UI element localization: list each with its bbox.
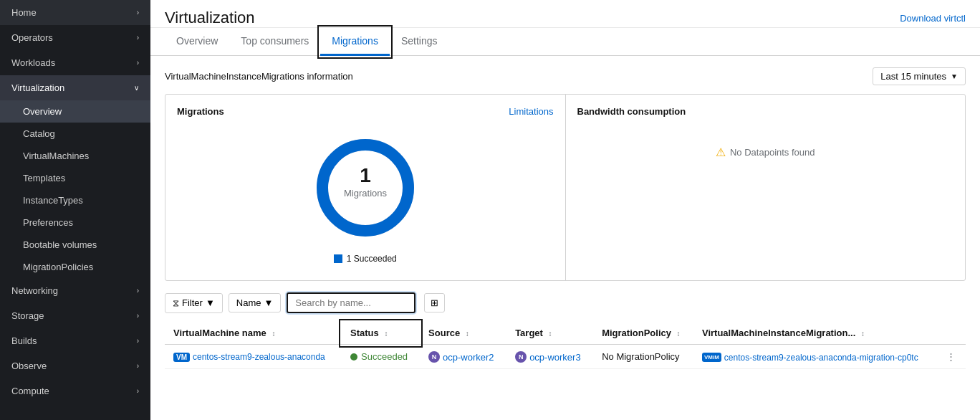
table-row: VM centos-stream9-zealous-anaconda Succe… [165, 345, 966, 369]
col-actions [938, 322, 966, 345]
download-virtctl-link[interactable]: Download virtctl [900, 13, 966, 24]
sidebar: Home › Operators › Workloads › Virtualiz… [0, 0, 150, 420]
sidebar-sub-item-bootable-volumes[interactable]: Bootable volumes [0, 234, 150, 256]
sidebar-item-label: Operators [11, 32, 53, 43]
source-node-icon: N [428, 351, 440, 363]
vmim-link[interactable]: centos-stream9-zealous-anaconda-migratio… [724, 353, 918, 363]
section-header: VirtualMachineInstanceMigrations informa… [165, 67, 966, 85]
sidebar-item-workloads[interactable]: Workloads › [0, 50, 150, 75]
target-link[interactable]: ocp-worker3 [529, 352, 581, 363]
sidebar-virtualization-submenu: Overview Catalog VirtualMachines Templat… [0, 100, 150, 278]
name-select-button[interactable]: Name ▼ [229, 293, 282, 312]
chevron-right-icon: › [137, 362, 139, 370]
filter-caret-icon: ▼ [206, 297, 215, 308]
svg-text:1: 1 [360, 164, 371, 186]
sidebar-item-virtualization[interactable]: Virtualization ∨ [0, 75, 150, 100]
target-node-badge: N ocp-worker3 [515, 351, 581, 363]
content-area: VirtualMachineInstanceMigrations informa… [150, 56, 980, 420]
sort-icon: ↕ [272, 330, 275, 338]
sidebar-item-storage[interactable]: Storage › [0, 303, 150, 328]
chevron-down-icon: ∨ [134, 84, 139, 92]
sidebar-item-label: Builds [11, 335, 37, 346]
status-dot-icon [350, 353, 357, 361]
sidebar-item-label: Compute [11, 386, 49, 396]
panels-container: Migrations Limitations 1 Migrations 1 Su… [165, 94, 966, 281]
sidebar-item-networking[interactable]: Networking › [0, 278, 150, 303]
chevron-right-icon: › [137, 287, 139, 295]
chevron-right-icon: › [137, 337, 139, 345]
limitations-link[interactable]: Limitations [509, 106, 553, 117]
sidebar-sub-item-virtualmachines[interactable]: VirtualMachines [0, 145, 150, 167]
cell-target: N ocp-worker3 [506, 345, 593, 369]
table-header: VirtualMachine name ↕ Status ↕ Source ↕ [165, 322, 966, 345]
col-vmim: VirtualMachineInstanceMigration... ↕ [693, 322, 938, 345]
table-section: ⧖ Filter ▼ Name ▼ ⊞ [165, 292, 966, 369]
sidebar-item-label: Virtualization [11, 82, 64, 93]
sidebar-sub-item-migration-policies[interactable]: MigrationPolicies [0, 256, 150, 278]
columns-manage-button[interactable]: ⊞ [424, 293, 445, 312]
sidebar-item-observe[interactable]: Observe › [0, 353, 150, 378]
table-body: VM centos-stream9-zealous-anaconda Succe… [165, 345, 966, 369]
caret-icon: ▼ [951, 72, 958, 80]
columns-icon: ⊞ [431, 297, 438, 308]
vmim-icon: VMiM [702, 353, 721, 362]
sidebar-item-builds[interactable]: Builds › [0, 328, 150, 353]
cell-status: Succeeded [342, 345, 420, 369]
sort-icon: ↕ [861, 330, 865, 338]
sidebar-sub-item-preferences[interactable]: Preferences [0, 211, 150, 234]
cell-migration-policy: No MigrationPolicy [593, 345, 693, 369]
filter-icon: ⧖ [173, 297, 179, 309]
warning-icon: ⚠ [716, 145, 726, 159]
vm-badge: VM centos-stream9-zealous-anaconda [173, 352, 325, 362]
donut-chart-container: 1 Migrations 1 Succeeded [177, 125, 554, 269]
migrations-panel: Migrations Limitations 1 Migrations 1 Su… [165, 95, 566, 280]
sidebar-sub-item-overview[interactable]: Overview [0, 100, 150, 123]
chevron-right-icon: › [137, 59, 139, 67]
status-badge: Succeeded [350, 351, 411, 362]
legend-label: 1 Succeeded [347, 254, 397, 264]
vm-name-link[interactable]: centos-stream9-zealous-anaconda [193, 352, 325, 362]
sidebar-sub-item-instancetypes[interactable]: InstanceTypes [0, 189, 150, 211]
migrations-panel-title: Migrations Limitations [177, 106, 554, 117]
tab-settings[interactable]: Settings [390, 28, 449, 56]
tab-top-consumers[interactable]: Top consumers [229, 28, 320, 56]
migrations-table: VirtualMachine name ↕ Status ↕ Source ↕ [165, 322, 966, 369]
source-node-badge: N ocp-worker2 [428, 351, 494, 363]
page-title: Virtualization [165, 9, 255, 27]
filter-bar: ⧖ Filter ▼ Name ▼ ⊞ [165, 292, 966, 313]
sidebar-sub-item-templates[interactable]: Templates [0, 167, 150, 189]
legend-color-succeeded [334, 254, 342, 263]
sort-icon: ↕ [466, 330, 469, 338]
sidebar-sub-item-catalog[interactable]: Catalog [0, 123, 150, 145]
sidebar-item-label: Workloads [11, 57, 55, 68]
col-vm-name: VirtualMachine name ↕ [165, 322, 342, 345]
bandwidth-panel-title: Bandwidth consumption [577, 106, 954, 117]
sidebar-item-label: Home [11, 7, 37, 18]
toolbar-icons: ⊞ [424, 293, 445, 312]
chevron-right-icon: › [137, 387, 139, 395]
chart-legend: 1 Succeeded [334, 254, 397, 264]
search-input[interactable] [287, 292, 415, 313]
sidebar-item-home[interactable]: Home › [0, 0, 150, 25]
sidebar-item-operators[interactable]: Operators › [0, 25, 150, 50]
top-bar: Virtualization Download virtctl [150, 0, 980, 28]
cell-vmim: VMiM centos-stream9-zealous-anaconda-mig… [693, 345, 938, 369]
vmim-badge: VMiM centos-stream9-zealous-anaconda-mig… [702, 353, 918, 363]
section-title: VirtualMachineInstanceMigrations informa… [165, 71, 353, 82]
tab-overview[interactable]: Overview [165, 28, 229, 56]
col-source: Source ↕ [420, 322, 506, 345]
chevron-right-icon: › [137, 34, 139, 42]
sidebar-item-label: Storage [11, 310, 44, 321]
time-selector[interactable]: Last 15 minutes ▼ [873, 67, 966, 85]
col-status: Status ↕ [342, 322, 420, 345]
source-link[interactable]: ocp-worker2 [443, 352, 494, 363]
sort-icon: ↕ [549, 330, 552, 338]
col-target: Target ↕ [506, 322, 593, 345]
tab-migrations[interactable]: Migrations [320, 28, 390, 56]
row-action-menu[interactable]: ⋮ [946, 351, 956, 362]
col-migration-policy: MigrationPolicy ↕ [593, 322, 693, 345]
donut-chart: 1 Migrations [308, 130, 423, 245]
sidebar-item-compute[interactable]: Compute › [0, 378, 150, 404]
chevron-right-icon: › [137, 9, 139, 16]
filter-button[interactable]: ⧖ Filter ▼ [165, 293, 223, 313]
